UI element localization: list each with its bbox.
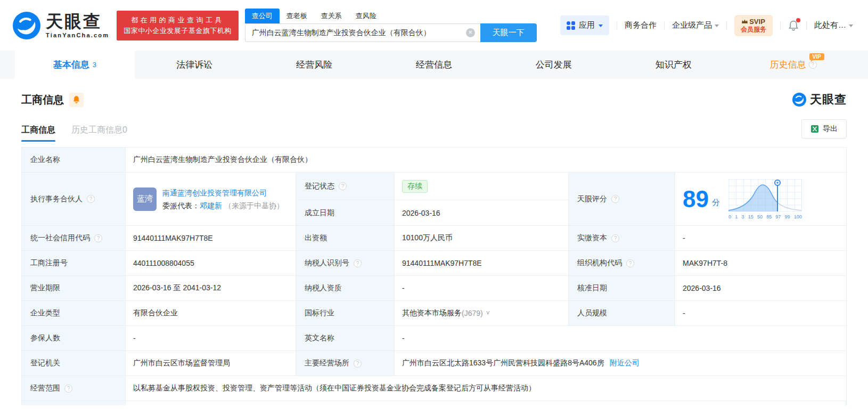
help-icon[interactable]: ? xyxy=(354,360,362,368)
executive-partner-label: 执行事务合伙人 ? xyxy=(22,173,126,225)
delegate-rep-source: （来源于中基协） xyxy=(224,201,284,210)
taxpayer-id-label: 纳税人识别号? xyxy=(296,251,395,275)
search-tab-company[interactable]: 查公司 xyxy=(245,9,280,23)
status-badge: 存续 xyxy=(402,180,428,193)
business-site-value: 广州市白云区北太路1633号广州民营科技园科盛路8号A406房 附近公司 xyxy=(395,351,846,376)
divider xyxy=(664,21,665,30)
help-icon[interactable]: ? xyxy=(611,234,619,242)
reg-number-label: 工商注册号 xyxy=(22,251,126,275)
industry-value: 其他资本市场服务 (J679) ˅ xyxy=(395,301,569,325)
subtab-history-count: 0 xyxy=(122,125,127,134)
help-icon[interactable]: ? xyxy=(626,259,634,267)
export-button[interactable]: 导出 xyxy=(801,119,847,138)
tianyan-score-label: 天眼评分 ? xyxy=(569,173,675,225)
company-name-label: 企业名称 xyxy=(22,148,126,172)
industry-label: 国标行业 xyxy=(296,301,395,325)
executive-partner-label-text: 执行事务合伙人 xyxy=(30,194,83,204)
partner-company-avatar[interactable]: 蓝湾 xyxy=(133,187,157,211)
business-term-value: 2026-03-16 至 2041-03-12 xyxy=(126,276,296,300)
chevron-down-icon[interactable]: ˅ xyxy=(486,309,490,317)
search-tab-boss[interactable]: 查老板 xyxy=(280,9,314,23)
taxpayer-quality-label: 纳税人资质 xyxy=(296,276,395,300)
tab-operating-info[interactable]: 经营信息 xyxy=(374,51,494,79)
notifications-button[interactable] xyxy=(788,20,799,31)
subtab-history-label: 历史工商信息 xyxy=(71,125,122,134)
clear-search-icon[interactable]: × xyxy=(466,28,475,37)
table-row: 执行事务合伙人 ? 蓝湾 南通蓝湾创业投资管理有限公司 委派代表：邓建新 （来源… xyxy=(22,173,846,226)
establishment-date-value: 2026-03-16 xyxy=(395,200,569,225)
staff-size-value: - xyxy=(675,301,846,325)
help-icon[interactable]: ? xyxy=(809,61,817,69)
next-row-label-cut xyxy=(22,401,126,405)
score-axis-ticks: 01 315 5085 9799 100 xyxy=(728,214,802,219)
approval-date-value: 2026-03-16 xyxy=(675,276,846,300)
tab-company-development[interactable]: 公司发展 xyxy=(494,51,613,79)
delegate-rep-label: 委派代表： xyxy=(162,201,200,210)
partner-company-link[interactable]: 南通蓝湾创业投资管理有限公司 xyxy=(162,189,267,197)
business-scope-label: 经营范围? xyxy=(22,376,126,401)
business-cooperation-link[interactable]: 商务合作 xyxy=(625,20,657,30)
enterprise-products-label: 企业级产品 xyxy=(672,20,712,30)
tab-operating-risk[interactable]: 经营风险 xyxy=(255,51,374,79)
promo-line2: 国家中小企业发展子基金旗下机构 xyxy=(124,26,232,36)
help-icon[interactable]: ? xyxy=(87,195,95,203)
search-input[interactable] xyxy=(245,23,480,42)
export-label: 导出 xyxy=(823,124,838,134)
tianyan-score-label-text: 天眼评分 xyxy=(577,194,607,204)
table-row-partial xyxy=(22,401,846,405)
subscribe-bell-button[interactable] xyxy=(69,93,84,107)
crown-icon xyxy=(742,19,748,24)
reg-authority-value: 广州市白云区市场监督管理局 xyxy=(126,351,296,376)
tab-intellectual-property[interactable]: 知识产权 xyxy=(613,51,733,79)
help-icon[interactable]: ? xyxy=(339,182,347,190)
company-name-value: 广州白云蓝湾生物制造产业投资合伙企业（有限合伙） xyxy=(126,148,846,172)
vip-badge: VIP xyxy=(809,53,824,60)
search-tab-relation[interactable]: 查关系 xyxy=(314,9,349,23)
registration-status-value: 存续 xyxy=(395,173,569,200)
score-distribution-chart: 01 315 5085 9799 100 xyxy=(728,179,802,219)
header-actions: 应用 商务合作 企业级产品 SVIP 会员服务 xyxy=(560,15,853,36)
promo-line1: 都在用的商业查询工具 xyxy=(124,15,232,26)
help-icon[interactable]: ? xyxy=(94,234,102,242)
tab-basic-info[interactable]: 基本信息 3 xyxy=(15,51,135,79)
subtab-history-business-info[interactable]: 历史工商信息0 xyxy=(71,125,127,142)
tab-history-info-label: 历史信息 xyxy=(770,59,806,71)
table-row: 工商注册号 440111008804055 纳税人识别号? 91440111MA… xyxy=(22,251,846,276)
user-name: 此处有… xyxy=(814,20,846,30)
paid-capital-value: - xyxy=(675,226,846,250)
reg-authority-label: 登记机关 xyxy=(22,351,126,376)
credit-code-value: 91440111MAK97H7T8E xyxy=(126,226,296,250)
business-site-label: 主要经营场所? xyxy=(296,351,395,376)
tianyan-score-value[interactable]: 89 分 xyxy=(675,173,846,225)
help-icon[interactable]: ? xyxy=(64,385,72,393)
divider xyxy=(780,21,781,30)
user-account-menu[interactable]: 此处有… xyxy=(814,20,853,30)
delegate-rep-link[interactable]: 邓建新 xyxy=(200,201,222,210)
divider xyxy=(726,21,727,30)
help-icon[interactable]: ? xyxy=(354,259,362,267)
tab-history-info[interactable]: VIP 历史信息 ? xyxy=(733,51,853,79)
tab-basic-info-count: 3 xyxy=(93,61,96,69)
reg-number-value: 440111008804055 xyxy=(126,251,296,275)
help-icon[interactable]: ? xyxy=(611,195,619,203)
nearby-companies-link[interactable]: 附近公司 xyxy=(610,358,640,368)
svip-member-button[interactable]: SVIP 会员服务 xyxy=(734,15,773,36)
apps-menu[interactable]: 应用 xyxy=(560,15,609,35)
tab-legal-proceedings[interactable]: 法律诉讼 xyxy=(135,51,255,79)
enterprise-products-menu[interactable]: 企业级产品 xyxy=(672,20,719,30)
search-tab-risk[interactable]: 查风险 xyxy=(349,9,383,23)
company-type-label: 企业类型 xyxy=(22,301,126,325)
table-row: 企业类型 有限合伙企业 国标行业 其他资本市场服务 (J679) ˅ 人员规模 … xyxy=(22,301,846,326)
registration-status-label: 登记状态 ? xyxy=(296,173,395,200)
notification-dot xyxy=(796,18,800,22)
table-row: 企业名称 广州白云蓝湾生物制造产业投资合伙企业（有限合伙） xyxy=(22,148,846,173)
taxpayer-id-value: 91440111MAK97H7T8E xyxy=(395,251,569,275)
subtab-business-info[interactable]: 工商信息 xyxy=(21,125,55,142)
table-row: 经营范围? 以私募基金从事股权投资、投资管理、资产管理等活动（须在中国证券投资基… xyxy=(22,376,846,401)
tianyancha-logo[interactable]: 天眼查 TianYanCha.com xyxy=(13,12,109,39)
search-button[interactable]: 天眼一下 xyxy=(480,23,537,42)
industry-code: (J679) xyxy=(462,309,483,317)
apps-grid-icon xyxy=(567,21,575,30)
table-row: 登记机关 广州市白云区市场监督管理局 主要经营场所? 广州市白云区北太路1633… xyxy=(22,351,846,376)
registration-status-label-text: 登记状态 xyxy=(305,182,334,191)
